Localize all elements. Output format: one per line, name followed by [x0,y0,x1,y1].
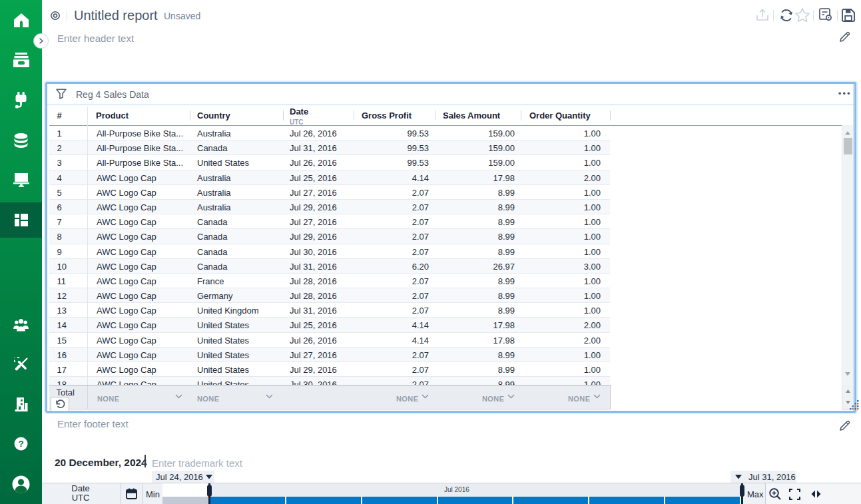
svg-text:?: ? [18,439,23,449]
